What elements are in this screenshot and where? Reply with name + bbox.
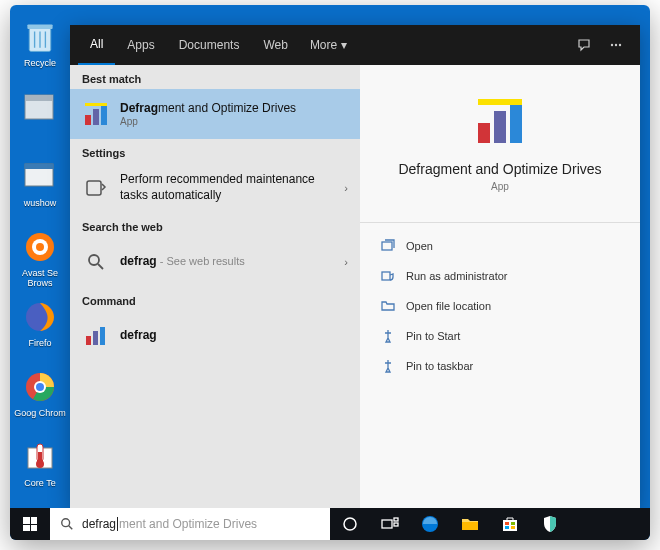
tab-web[interactable]: Web — [251, 25, 299, 65]
search-icon — [82, 248, 110, 276]
search-filter-tabs: All Apps Documents Web More▾ — [70, 25, 640, 65]
result-maintenance-setting[interactable]: Perform recommended maintenance tasks au… — [70, 163, 360, 213]
svg-rect-49 — [511, 522, 515, 525]
action-label: Pin to Start — [406, 330, 460, 342]
search-panel: All Apps Documents Web More▾ Best match … — [70, 25, 640, 510]
action-open[interactable]: Open — [360, 231, 640, 261]
svg-rect-1 — [27, 24, 52, 29]
svg-rect-37 — [382, 242, 392, 250]
feedback-icon[interactable] — [568, 25, 600, 65]
search-input[interactable]: defragment and Optimize Drives — [82, 517, 320, 532]
tab-apps[interactable]: Apps — [115, 25, 166, 65]
desktop-icon-label: Recycle — [24, 59, 56, 69]
cortana-icon[interactable] — [330, 508, 370, 540]
desktop-icon-coretemp[interactable]: Core Te — [10, 437, 70, 507]
svg-rect-34 — [494, 111, 506, 143]
svg-rect-24 — [93, 109, 99, 125]
svg-point-11 — [36, 243, 44, 251]
file-explorer-icon[interactable] — [450, 508, 490, 540]
window-icon — [20, 157, 60, 197]
svg-rect-26 — [85, 103, 107, 106]
pin-taskbar-icon — [380, 358, 396, 374]
desktop-icon-generic[interactable] — [10, 87, 70, 157]
taskbar-search-box[interactable]: defragment and Optimize Drives — [50, 508, 330, 540]
svg-line-29 — [98, 264, 103, 269]
svg-rect-36 — [478, 99, 522, 105]
security-icon[interactable] — [530, 508, 570, 540]
svg-rect-51 — [511, 526, 515, 529]
maintenance-icon — [82, 174, 110, 202]
desktop-icon-generic[interactable]: wushow — [10, 157, 70, 227]
desktop-icon-label: Avast Se Brows — [10, 269, 70, 289]
result-web-search[interactable]: defrag - See web results › — [70, 237, 360, 287]
action-open-location[interactable]: Open file location — [360, 291, 640, 321]
more-options-icon[interactable] — [600, 25, 632, 65]
svg-point-15 — [36, 383, 44, 391]
desktop-icon-avast[interactable]: Avast Se Brows — [10, 227, 70, 297]
detail-actions-list: Open Run as administrator Open file loca… — [360, 222, 640, 389]
chevron-right-icon: › — [344, 256, 348, 268]
desktop-icon-label: wushow — [24, 199, 57, 209]
admin-shield-icon — [380, 268, 396, 284]
svg-rect-19 — [38, 452, 42, 462]
defrag-command-icon — [82, 322, 110, 350]
svg-rect-33 — [478, 123, 490, 143]
task-view-icon[interactable] — [370, 508, 410, 540]
search-detail-pane: Defragment and Optimize Drives App Open … — [360, 65, 640, 510]
chevron-down-icon: ▾ — [341, 38, 347, 52]
desktop-icon-recycle-bin[interactable]: Recycle — [10, 17, 70, 87]
svg-point-39 — [62, 519, 70, 527]
taskbar: defragment and Optimize Drives — [10, 508, 650, 540]
result-command-defrag[interactable]: defrag — [70, 311, 360, 361]
result-title: Perform recommended maintenance tasks au… — [120, 172, 334, 203]
tab-all[interactable]: All — [78, 25, 115, 65]
action-label: Run as administrator — [406, 270, 508, 282]
category-command: Command — [70, 287, 360, 311]
start-button[interactable] — [10, 508, 50, 540]
svg-rect-43 — [394, 518, 398, 521]
chevron-right-icon: › — [344, 182, 348, 194]
search-results-list: Best match Defragment and Optimize Drive… — [70, 65, 360, 510]
svg-rect-6 — [25, 95, 53, 101]
action-label: Open file location — [406, 300, 491, 312]
category-best-match: Best match — [70, 65, 360, 89]
svg-rect-44 — [394, 523, 398, 526]
desktop-icon-firefox[interactable]: Firefo — [10, 297, 70, 367]
box-icon — [20, 87, 60, 127]
taskbar-icons — [330, 508, 570, 540]
svg-point-21 — [615, 44, 617, 46]
action-pin-start[interactable]: Pin to Start — [360, 321, 640, 351]
svg-rect-31 — [93, 331, 98, 345]
edge-icon[interactable] — [410, 508, 450, 540]
svg-rect-8 — [25, 164, 53, 169]
store-icon[interactable] — [490, 508, 530, 540]
desktop-icon-chrome[interactable]: Goog Chrom — [10, 367, 70, 437]
tab-documents[interactable]: Documents — [167, 25, 252, 65]
svg-rect-25 — [101, 105, 107, 125]
result-defragment-app[interactable]: Defragment and Optimize Drives App — [70, 89, 360, 139]
desktop-icon-label: Goog Chrom — [14, 409, 66, 419]
folder-icon — [380, 298, 396, 314]
action-pin-taskbar[interactable]: Pin to taskbar — [360, 351, 640, 381]
result-subtitle: App — [120, 116, 348, 127]
desktop-icon-label: Firefo — [28, 339, 51, 349]
action-label: Pin to taskbar — [406, 360, 473, 372]
svg-rect-30 — [86, 336, 91, 345]
tab-more[interactable]: More▾ — [300, 25, 357, 65]
defrag-app-icon — [82, 100, 110, 128]
result-title: Defragment and Optimize Drives — [120, 101, 348, 117]
svg-point-20 — [611, 44, 613, 46]
svg-rect-48 — [505, 522, 509, 525]
detail-title: Defragment and Optimize Drives — [398, 161, 601, 177]
tab-more-label: More — [310, 38, 337, 52]
avast-icon — [20, 227, 60, 267]
action-run-as-admin[interactable]: Run as administrator — [360, 261, 640, 291]
recycle-bin-icon — [20, 17, 60, 57]
svg-rect-46 — [462, 522, 478, 530]
pin-icon — [380, 328, 396, 344]
detail-app-icon — [472, 93, 528, 149]
search-icon — [60, 517, 74, 531]
category-settings: Settings — [70, 139, 360, 163]
desktop-background: Recycle wushow Avast Se Brows Firefo Goo… — [10, 5, 650, 540]
svg-rect-35 — [510, 103, 522, 143]
